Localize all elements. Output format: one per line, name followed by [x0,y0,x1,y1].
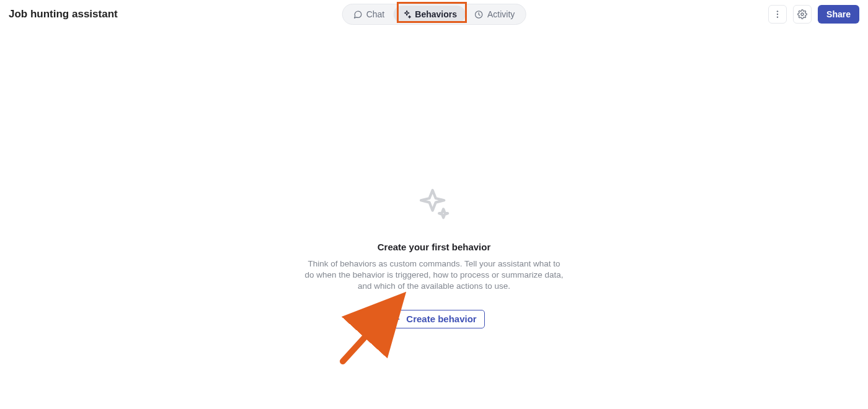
settings-button[interactable] [793,5,812,24]
gear-icon [797,9,807,19]
svg-point-1 [777,11,778,12]
plus-icon [391,314,401,324]
tab-activity[interactable]: Activity [466,6,523,23]
create-behavior-label: Create behavior [406,314,476,324]
empty-state-description: Think of behaviors as custom commands. T… [304,258,564,292]
page-title: Job hunting assistant [9,8,118,20]
svg-point-2 [777,14,778,15]
tab-group: Chat Behaviors Activity [342,4,526,25]
svg-point-3 [777,16,778,17]
tab-label: Chat [366,9,385,19]
empty-state: Create your first behavior Think of beha… [298,186,570,328]
tab-label: Behaviors [415,9,457,19]
create-behavior-button[interactable]: Create behavior [383,310,484,328]
tab-behaviors[interactable]: Behaviors [393,6,466,23]
more-vertical-icon [773,9,782,19]
share-button[interactable]: Share [818,5,859,24]
more-menu-button[interactable] [768,5,787,24]
header: Job hunting assistant Chat Behaviors [0,0,868,29]
sparkle-icon [402,10,411,19]
tab-label: Activity [487,9,515,19]
sparkles-icon [417,186,451,221]
chat-icon [353,10,363,19]
svg-point-4 [801,13,804,15]
empty-state-title: Create your first behavior [378,242,491,252]
clock-icon [474,10,484,19]
tab-chat[interactable]: Chat [345,6,394,23]
header-actions: Share [768,5,859,24]
